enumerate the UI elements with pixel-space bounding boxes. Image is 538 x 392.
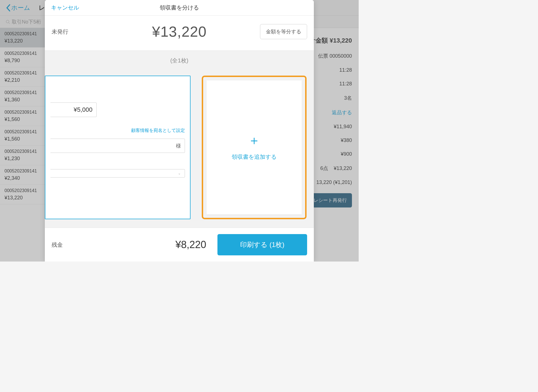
modal-title: 領収書を分ける [160, 4, 199, 11]
total-amount: ¥13,220 [152, 23, 207, 40]
total-row: 未発行 ¥13,220 金額を等分する [45, 16, 314, 51]
add-receipt-label: 領収書を追加する [232, 153, 277, 161]
proviso-select[interactable]: ⌄ [50, 169, 185, 178]
page-count: (全1枚) [45, 51, 314, 67]
remaining-label: 残金 [52, 241, 63, 249]
add-receipt-card-highlight: ＋ 領収書を追加する [202, 76, 307, 219]
remaining-amount: ¥8,220 [175, 239, 206, 251]
cancel-button[interactable]: キャンセル [51, 4, 79, 11]
split-receipt-modal: キャンセル 領収書を分ける 未発行 ¥13,220 金額を等分する (全1枚) … [45, 0, 314, 262]
plus-icon: ＋ [248, 134, 260, 146]
add-receipt-button[interactable]: ＋ 領収書を追加する [207, 80, 302, 214]
divide-equally-button[interactable]: 金額を等分する [260, 24, 307, 39]
recipient-name-input[interactable] [50, 139, 185, 153]
receipt-card[interactable]: 顧客情報を宛名として設定 様 ⌄ [45, 76, 191, 219]
receipt-amount-input[interactable] [50, 102, 97, 117]
name-suffix: 様 [176, 143, 181, 149]
status-label: 未発行 [52, 28, 68, 36]
set-customer-name-link[interactable]: 顧客情報を宛名として設定 [50, 128, 185, 134]
chevron-down-icon: ⌄ [178, 171, 181, 175]
print-button[interactable]: 印刷する (1枚) [217, 234, 307, 255]
modal-footer: 残金 ¥8,220 印刷する (1枚) [45, 228, 314, 262]
receipt-cards-row: 顧客情報を宛名として設定 様 ⌄ ＋ 領収書を追加する [45, 67, 314, 228]
modal-header: キャンセル 領収書を分ける [45, 0, 314, 16]
